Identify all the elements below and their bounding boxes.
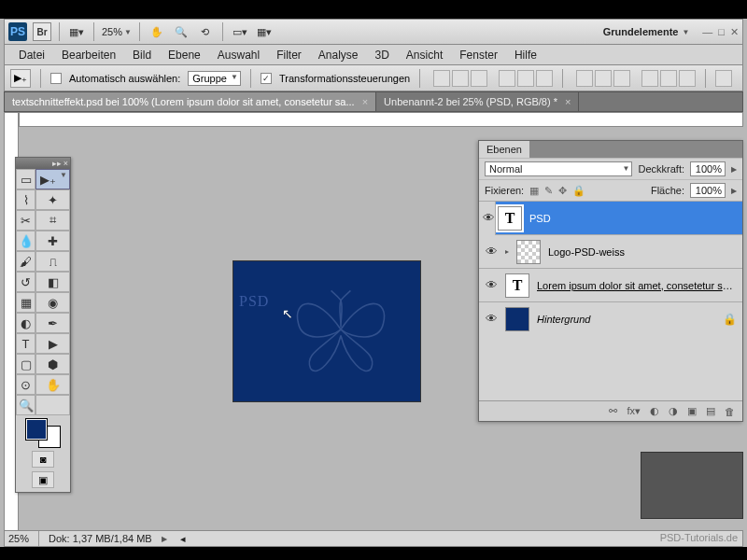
layer-name[interactable]: Lorem ipsum dolor sit amet, consetetur s… — [537, 280, 737, 291]
blend-mode-select[interactable]: Normal — [485, 161, 632, 176]
stamp-tool[interactable]: ⎍ — [35, 251, 70, 272]
ps-logo-icon[interactable]: PS — [8, 22, 27, 41]
status-doc-info[interactable]: Dok: 1,37 MB/1,84 MB — [49, 533, 152, 544]
menu-ansicht[interactable]: Ansicht — [398, 45, 451, 64]
layer-thumb[interactable] — [516, 240, 541, 264]
visibility-icon[interactable]: 👁 — [479, 202, 496, 235]
visibility-icon[interactable]: 👁 — [485, 245, 498, 259]
lasso-tool[interactable]: ⌇ — [16, 189, 35, 210]
lock-pixels-icon[interactable]: ✎ — [544, 185, 553, 197]
3d-camera-tool[interactable]: ⊙ — [16, 374, 35, 395]
align-btn[interactable] — [536, 70, 553, 87]
visibility-icon[interactable]: 👁 — [485, 313, 498, 326]
document-canvas[interactable]: PSD — [233, 261, 420, 401]
opacity-input[interactable]: 100% — [690, 161, 726, 176]
layer-name[interactable]: Logo-PSD-weiss — [548, 246, 737, 258]
menu-bild[interactable]: Bild — [124, 45, 160, 64]
slice-tool[interactable]: ⌗ — [35, 210, 70, 231]
workspace-picker[interactable]: Grundelemente ▼ — [603, 26, 690, 37]
heal-tool[interactable]: ✚ — [35, 231, 70, 251]
toolbox-panel[interactable]: ▸▸× ▭ ▶₊ ⌇ ✦ ✂ ⌗ 💧 ✚ 🖌 ⎍ ↺ ◧ ▦ ◉ ◐ ✒ T ▶… — [15, 157, 71, 493]
tab-close-icon[interactable]: × — [565, 96, 571, 107]
layer-name[interactable]: PSD — [529, 213, 737, 224]
lock-transparency-icon[interactable]: ▦ — [529, 185, 539, 197]
layer-item[interactable]: 👁 ▸ Logo-PSD-weiss — [479, 234, 742, 268]
layer-group-icon[interactable]: ▣ — [687, 405, 697, 417]
align-btn[interactable] — [452, 70, 469, 87]
lock-all-icon[interactable]: 🔒 — [572, 185, 585, 197]
zoom-select[interactable]: 25% ▼ — [102, 26, 132, 37]
menu-analyse[interactable]: Analyse — [310, 45, 367, 64]
quickmask-icon[interactable]: ◙ — [32, 451, 54, 468]
current-tool-icon[interactable]: ▶₊ — [10, 69, 31, 88]
eyedropper-tool[interactable]: 💧 — [16, 231, 35, 251]
navigator-panel-collapsed[interactable] — [641, 452, 743, 519]
menu-ebene[interactable]: Ebene — [160, 45, 209, 64]
layer-thumb-text-icon[interactable]: T — [505, 273, 529, 298]
layer-name[interactable]: Hintergrund — [537, 314, 715, 325]
color-swatches[interactable] — [26, 419, 60, 447]
layer-item[interactable]: 👁 T Lorem ipsum dolor sit amet, consetet… — [479, 268, 742, 301]
gradient-tool[interactable]: ▦ — [16, 292, 35, 313]
visibility-icon[interactable]: 👁 — [485, 279, 498, 292]
align-btn[interactable] — [433, 70, 450, 87]
layer-thumb[interactable] — [505, 307, 529, 331]
panel-close-icon[interactable]: × — [63, 159, 68, 168]
type-tool[interactable]: T — [16, 333, 35, 354]
auto-select-type[interactable]: Gruppe — [188, 71, 241, 86]
marquee-tool[interactable]: ▭ — [16, 169, 35, 189]
hand-tool[interactable]: ✋ — [35, 374, 70, 395]
distribute-btn[interactable] — [595, 70, 612, 87]
layers-panel[interactable]: Ebenen Normal Deckkraft: 100% ▶ Fixieren… — [478, 140, 743, 422]
hand-tool-icon[interactable]: ✋ — [148, 22, 166, 41]
panel-menu-icon[interactable]: ▸▸ — [52, 159, 62, 168]
minimize-icon[interactable]: — — [702, 26, 712, 38]
bridge-icon[interactable]: Br — [33, 22, 51, 41]
layer-item[interactable]: 👁 T PSD — [479, 201, 742, 234]
menu-datei[interactable]: Datei — [10, 45, 53, 64]
tab-close-icon[interactable]: × — [362, 96, 368, 107]
screen-mode-icon[interactable]: ▭▾ — [231, 22, 249, 41]
menu-3d[interactable]: 3D — [367, 45, 398, 64]
menu-bearbeiten[interactable]: Bearbeiten — [53, 45, 124, 64]
ruler-horizontal[interactable] — [19, 112, 743, 127]
shape-tool[interactable]: ▢ — [16, 354, 35, 374]
distribute-btn[interactable] — [679, 70, 696, 87]
lock-position-icon[interactable]: ✥ — [558, 185, 567, 197]
arrange-docs-icon[interactable]: ▦▾ — [255, 22, 274, 41]
menu-fenster[interactable]: Fenster — [451, 45, 506, 64]
distribute-btn[interactable] — [613, 70, 630, 87]
history-brush-tool[interactable]: ↺ — [16, 272, 35, 292]
blur-tool[interactable]: ◉ — [35, 292, 70, 313]
link-layers-icon[interactable]: ⚯ — [609, 405, 617, 417]
layer-item[interactable]: 👁 Hintergrund 🔒 — [479, 301, 742, 335]
align-btn[interactable] — [471, 70, 487, 87]
opacity-slider-icon[interactable]: ▶ — [731, 165, 737, 174]
align-btn[interactable] — [517, 70, 534, 87]
screenmode-icon[interactable]: ▣ — [32, 471, 54, 488]
layer-mask-icon[interactable]: ◐ — [650, 405, 659, 417]
brush-tool[interactable]: 🖌 — [16, 251, 35, 272]
eraser-tool[interactable]: ◧ — [35, 272, 70, 292]
doc-tab-2[interactable]: Unbenannt-2 bei 25% (PSD, RGB/8) *× — [376, 92, 579, 111]
fg-color-swatch[interactable] — [26, 419, 47, 440]
auto-select-checkbox[interactable] — [50, 73, 62, 84]
align-btn[interactable] — [499, 70, 515, 87]
crop-tool[interactable]: ✂ — [16, 210, 35, 231]
adjustment-layer-icon[interactable]: ◑ — [669, 405, 678, 417]
layer-fx-icon[interactable]: fx▾ — [627, 405, 641, 417]
doc-tab-1[interactable]: textschnitteffekt.psd bei 100% (Lorem ip… — [5, 92, 376, 111]
rotate-view-icon[interactable]: ⟲ — [196, 22, 215, 41]
auto-align-btn[interactable] — [715, 70, 732, 87]
move-tool[interactable]: ▶₊ — [35, 169, 70, 189]
status-menu-icon[interactable]: ▶ — [162, 535, 167, 543]
distribute-btn[interactable] — [576, 70, 593, 87]
fill-input[interactable]: 100% — [690, 183, 726, 198]
layout-dropdown-icon[interactable]: ▦▾ — [67, 22, 86, 41]
layers-tab[interactable]: Ebenen — [479, 141, 530, 158]
distribute-btn[interactable] — [641, 70, 658, 87]
path-select-tool[interactable]: ▶ — [35, 333, 70, 354]
dodge-tool[interactable]: ◐ — [16, 313, 35, 333]
close-icon[interactable]: ✕ — [730, 26, 739, 38]
status-zoom[interactable]: 25% — [8, 533, 29, 544]
